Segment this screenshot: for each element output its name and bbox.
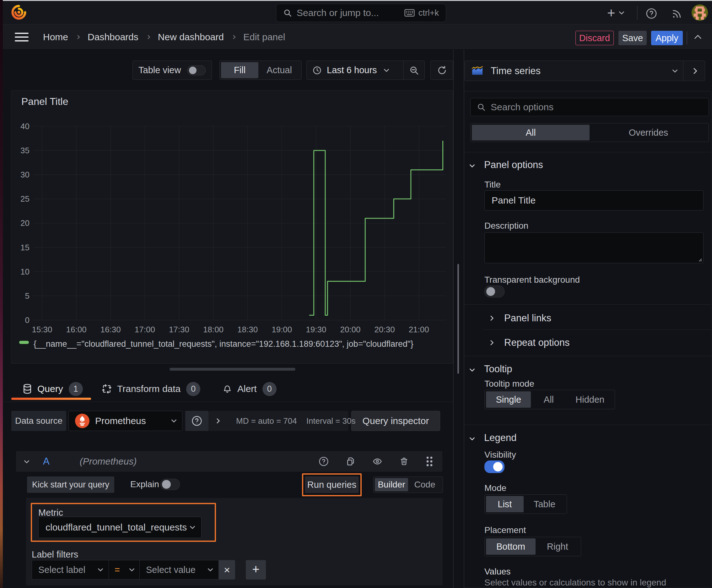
tab-query[interactable]: Query 1 bbox=[23, 381, 83, 396]
actual-option[interactable]: Actual bbox=[258, 62, 300, 78]
top-nav-bar: Search or jump to... ctrl+k + bbox=[3, 1, 712, 24]
main-scrollbar-thumb[interactable] bbox=[457, 264, 459, 374]
legend-header[interactable]: Legend bbox=[470, 431, 516, 445]
time-range-label: Last 6 hours bbox=[327, 65, 377, 76]
legend-placement-bottom[interactable]: Bottom bbox=[486, 538, 536, 555]
description-textarea[interactable] bbox=[484, 232, 704, 263]
query-ref-id[interactable]: A bbox=[43, 456, 50, 467]
breadcrumb-home[interactable]: Home bbox=[43, 32, 68, 42]
transparent-bg-label: Transparent background bbox=[484, 275, 580, 285]
nav-separator bbox=[637, 6, 638, 20]
breadcrumb-new-dashboard[interactable]: New dashboard bbox=[158, 32, 224, 42]
svg-text:19:00: 19:00 bbox=[272, 325, 292, 334]
time-range-button[interactable]: Last 6 hours bbox=[307, 61, 404, 80]
grafana-logo[interactable] bbox=[11, 4, 26, 20]
hamburger-line bbox=[15, 40, 28, 41]
breadcrumb-dashboards[interactable]: Dashboards bbox=[88, 32, 138, 42]
legend-chevron-icon bbox=[470, 435, 475, 441]
datasource-help-button[interactable] bbox=[185, 411, 209, 431]
legend-visibility-toggle[interactable] bbox=[484, 460, 504, 473]
discard-button[interactable]: Discard bbox=[576, 31, 614, 45]
svg-text:{__name__="cloudflared_tunnel_: {__name__="cloudflared_tunnel_total_requ… bbox=[34, 339, 413, 349]
tooltip-mode-hidden[interactable]: Hidden bbox=[566, 391, 613, 408]
panel-options-header[interactable]: Panel options bbox=[470, 158, 543, 172]
metric-select[interactable]: cloudflared_tunnel_total_requests bbox=[38, 517, 201, 538]
svg-text:16:00: 16:00 bbox=[66, 325, 87, 334]
kick-start-query-button[interactable]: Kick start your query bbox=[27, 477, 114, 493]
tab-transform[interactable]: Transform data 0 bbox=[102, 381, 200, 396]
table-view-toggle[interactable] bbox=[187, 65, 206, 76]
hide-response-eye-icon[interactable] bbox=[372, 457, 383, 466]
legend-placement-right[interactable]: Right bbox=[536, 538, 580, 555]
repeat-options-header[interactable]: Repeat options bbox=[489, 334, 570, 352]
remove-filter-button[interactable]: × bbox=[219, 560, 235, 580]
plus-icon: + bbox=[252, 562, 259, 576]
fill-option[interactable]: Fill bbox=[221, 62, 258, 78]
refresh-button[interactable] bbox=[430, 61, 453, 80]
collapse-panel-chevron-icon[interactable] bbox=[694, 35, 702, 42]
query-row-header[interactable]: A (Prometheus) bbox=[16, 451, 442, 472]
news-button[interactable] bbox=[671, 8, 682, 20]
drag-query-grip-icon[interactable] bbox=[425, 456, 434, 467]
tab-query-label: Query bbox=[37, 383, 63, 394]
svg-text:16:30: 16:30 bbox=[101, 325, 121, 334]
options-search-input[interactable]: Search options bbox=[470, 98, 709, 116]
code-option[interactable]: Code bbox=[408, 478, 441, 491]
duplicate-icon[interactable] bbox=[346, 457, 355, 466]
run-queries-button[interactable]: Run queries bbox=[305, 477, 359, 493]
tab-alert-count-badge: 0 bbox=[262, 382, 277, 396]
caret-icon bbox=[129, 566, 135, 572]
options-tab-overrides[interactable]: Overrides bbox=[589, 125, 707, 141]
builder-option[interactable]: Builder bbox=[375, 478, 408, 491]
tab-alert[interactable]: Alert 0 bbox=[223, 381, 277, 396]
svg-text:5: 5 bbox=[25, 291, 29, 300]
panel-options-title: Panel options bbox=[484, 159, 543, 171]
panel-links-header[interactable]: Panel links bbox=[489, 309, 551, 327]
remove-query-trash-icon[interactable] bbox=[400, 457, 408, 466]
grafana-edit-panel-page: Search or jump to... ctrl+k + bbox=[0, 0, 712, 588]
textarea-resize-handle[interactable] bbox=[697, 257, 702, 262]
title-field-input[interactable]: Panel Title bbox=[484, 190, 704, 210]
help-button[interactable] bbox=[646, 8, 657, 20]
tooltip-header[interactable]: Tooltip bbox=[470, 362, 512, 376]
query-help-icon[interactable] bbox=[319, 456, 329, 466]
zoom-out-button[interactable] bbox=[404, 61, 425, 80]
explain-toggle[interactable] bbox=[160, 479, 180, 490]
svg-text:20:30: 20:30 bbox=[374, 325, 395, 334]
pane-resize-handle[interactable] bbox=[170, 368, 296, 371]
desktop-wallpaper-edge bbox=[0, 0, 3, 588]
query-collapse-chevron-icon[interactable] bbox=[24, 458, 29, 463]
tooltip-mode-all[interactable]: All bbox=[531, 391, 566, 408]
actions-separator bbox=[687, 31, 687, 45]
select-value-dropdown[interactable]: Select value bbox=[140, 560, 219, 580]
tooltip-mode-single[interactable]: Single bbox=[486, 391, 531, 408]
label-filters-row: Select label = Select value × + bbox=[32, 560, 266, 580]
options-tab-all[interactable]: All bbox=[472, 125, 589, 141]
plus-icon: + bbox=[607, 6, 615, 20]
stats-expand-chevron-icon[interactable] bbox=[215, 418, 220, 424]
add-filter-button[interactable]: + bbox=[246, 560, 266, 580]
viz-suggestions-button[interactable] bbox=[684, 61, 705, 81]
time-range-caret-icon bbox=[384, 67, 389, 72]
legend-mode-list[interactable]: List bbox=[486, 496, 524, 512]
svg-text:25: 25 bbox=[20, 194, 29, 204]
datasource-label: Data source bbox=[15, 416, 63, 426]
time-series-chart[interactable]: 051015202530354015:3016:0016:3017:0017:3… bbox=[11, 90, 453, 363]
query-datasource-hint: (Prometheus) bbox=[80, 456, 137, 467]
breadcrumb-edit-panel: Edit panel bbox=[243, 32, 285, 42]
legend-mode-table[interactable]: Table bbox=[524, 496, 565, 512]
select-label-dropdown[interactable]: Select label bbox=[32, 560, 109, 580]
user-avatar[interactable] bbox=[692, 4, 708, 21]
save-button[interactable]: Save bbox=[619, 31, 647, 45]
section-divider bbox=[464, 304, 711, 305]
menu-toggle-button[interactable] bbox=[15, 33, 28, 41]
operator-dropdown[interactable]: = bbox=[109, 560, 140, 580]
visualization-select[interactable]: Time series bbox=[465, 61, 683, 81]
caret-icon bbox=[208, 566, 213, 572]
query-inspector-button[interactable]: Query inspector bbox=[351, 411, 440, 431]
add-new-button[interactable]: + bbox=[607, 5, 624, 20]
transparent-bg-toggle[interactable] bbox=[484, 286, 504, 297]
datasource-picker[interactable]: Prometheus bbox=[68, 411, 182, 431]
global-search-input[interactable]: Search or jump to... ctrl+k bbox=[276, 4, 446, 22]
apply-button[interactable]: Apply bbox=[651, 31, 683, 45]
